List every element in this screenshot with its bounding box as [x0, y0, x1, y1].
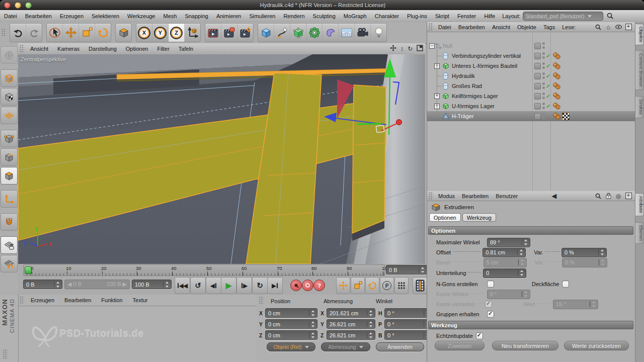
lock-x-axis-button[interactable]: X	[136, 24, 152, 42]
object-row-selected[interactable]: H-Träger	[427, 111, 635, 121]
selected-column-right[interactable]	[352, 85, 386, 233]
visibility-toggles[interactable]	[542, 42, 545, 50]
previous-frame-button[interactable]: ◀	[206, 277, 221, 294]
echtzeitupdate-checkbox[interactable]	[476, 332, 483, 339]
texture-tag[interactable]	[562, 113, 570, 120]
enable-check-icon[interactable]: ✓	[546, 103, 550, 110]
add-cube-button[interactable]	[258, 24, 274, 42]
layer-chip[interactable]	[534, 103, 541, 110]
menu-selektieren[interactable]: Selektieren	[88, 13, 123, 19]
add-generator-button[interactable]	[290, 24, 306, 42]
tab-attribute[interactable]: Attribute	[635, 193, 644, 216]
menu-animieren[interactable]: Animieren	[212, 13, 246, 19]
ngons-checkbox[interactable]	[487, 281, 494, 288]
polygon-mode-button[interactable]	[1, 167, 18, 185]
object-mode-button[interactable]	[1, 69, 18, 87]
material-menu-textur[interactable]: Textur	[128, 297, 153, 303]
enable-snap-button[interactable]	[1, 213, 18, 231]
object-row[interactable]: Hydraulik ✓	[427, 71, 635, 81]
tab-struktur[interactable]: Struktur	[635, 96, 644, 118]
size-z-field[interactable]: 26.621 cm	[327, 330, 375, 340]
undo-button[interactable]	[10, 24, 26, 42]
panel-grip[interactable]	[20, 45, 24, 53]
menu-mograph[interactable]: MoGraph	[340, 13, 371, 19]
material-menu-bearbeiten[interactable]: Bearbeiten	[59, 297, 96, 303]
play-backward-button[interactable]: ↺	[190, 277, 206, 294]
object-row-null[interactable]: − 0 Null	[427, 41, 635, 51]
menu-werkzeuge[interactable]: Werkzeuge	[123, 13, 159, 19]
collapse-toggle[interactable]: −	[429, 43, 435, 49]
goto-end-button[interactable]: ▶	[267, 277, 283, 294]
live-selection-button[interactable]	[47, 24, 63, 42]
phong-tag[interactable]	[552, 92, 561, 100]
enable-check-icon[interactable]: ✓	[546, 73, 550, 79]
menu-fenster[interactable]: Fenster	[453, 13, 480, 19]
add-panel-icon[interactable]: +	[625, 24, 632, 31]
position-z-field[interactable]: 0 cm	[265, 330, 317, 340]
zoom-window-button[interactable]	[25, 2, 32, 9]
gruppen-checkbox[interactable]	[487, 311, 494, 318]
layout-dropdown[interactable]: Standard_psd (Benutzer)	[523, 12, 603, 21]
menu-plugins[interactable]: Plug-ins	[403, 13, 431, 19]
key-pla-toggle[interactable]	[394, 277, 409, 294]
key-parameter-toggle[interactable]: P	[380, 277, 394, 294]
move-tool-button[interactable]	[63, 24, 79, 42]
viewport-menu-tafeln[interactable]: Tafeln	[174, 46, 198, 52]
autokey-button[interactable]	[302, 280, 313, 291]
objects-menu-datei[interactable]: Datei	[435, 24, 455, 30]
record-keyframe-button[interactable]	[290, 280, 302, 291]
zuweisen-button[interactable]: Zuweisen	[435, 341, 485, 350]
section-werkzeug[interactable]: Werkzeug	[428, 321, 633, 329]
scale-tool-button[interactable]	[79, 24, 95, 42]
menu-skript[interactable]: Skript	[431, 13, 453, 19]
size-mode-dropdown[interactable]: Abmessung	[321, 342, 370, 351]
goto-start-button[interactable]: ◀◀	[175, 277, 190, 294]
neu-transformieren-button[interactable]: Neu transformieren	[492, 341, 558, 350]
lock-workplane-button[interactable]	[1, 236, 18, 254]
object-row[interactable]: Großes Rad ✓	[427, 81, 635, 91]
position-x-field[interactable]: 0 cm	[265, 308, 317, 318]
position-y-field[interactable]: 0 cm	[265, 319, 317, 329]
lock-icon[interactable]	[605, 193, 612, 200]
target-icon[interactable]: ◎	[615, 193, 622, 200]
rotate-view-icon[interactable]: ↻	[408, 45, 413, 52]
tab-werkzeug[interactable]: Werkzeug	[462, 213, 496, 222]
add-environment-button[interactable]	[339, 24, 355, 42]
objects-menu-tags[interactable]: Tags	[540, 24, 558, 30]
points-mode-button[interactable]	[1, 130, 18, 147]
tab-content-browser[interactable]: Content Browser	[635, 50, 644, 90]
attr-menu-bearbeiten[interactable]: Bearbeiten	[458, 193, 492, 199]
phong-tag[interactable]	[552, 82, 561, 90]
layer-chip[interactable]	[534, 53, 541, 59]
panel-grip[interactable]	[429, 23, 433, 31]
panel-grip[interactable]	[20, 296, 24, 304]
zoom-view-icon[interactable]: ↕	[400, 45, 404, 52]
lock-y-axis-button[interactable]: Y	[152, 24, 169, 42]
size-x-field[interactable]: 201.621 cm	[327, 308, 375, 318]
timeline-ruler[interactable]: 0 10 20 30 40 50 60 70 80 90 100	[23, 264, 385, 276]
tab-objekte[interactable]: Objekte	[635, 24, 644, 45]
objects-menu-lese[interactable]: Lese:	[558, 24, 579, 30]
enable-check-icon[interactable]: ✓	[546, 83, 550, 89]
render-view-button[interactable]	[205, 24, 221, 42]
eye-icon[interactable]	[615, 24, 622, 31]
section-optionen[interactable]: Optionen	[428, 226, 633, 235]
lock-z-axis-button[interactable]: Z	[169, 24, 185, 42]
panel-grip[interactable]	[429, 192, 433, 200]
layer-chip[interactable]	[534, 83, 541, 89]
attr-menu-modus[interactable]: Modus	[435, 193, 458, 199]
attr-menu-benutzer[interactable]: Benutzer	[492, 193, 521, 199]
axis-mode-button[interactable]	[1, 190, 18, 208]
object-row[interactable]: + Unteres L-förmiges Bauteil ✓	[427, 61, 635, 71]
play-button[interactable]: ▶	[221, 277, 236, 294]
menu-datei[interactable]: Datei	[0, 13, 21, 19]
object-row[interactable]: + U-förmiges Lager ✓	[427, 101, 635, 111]
offset-var-field[interactable]: 0 %	[561, 248, 607, 257]
search-icon[interactable]	[595, 24, 602, 31]
angle-b-field[interactable]: 0 °	[384, 330, 432, 340]
visibility-toggles[interactable]	[542, 52, 545, 60]
edge-mode-button[interactable]	[1, 148, 18, 166]
coordinate-system-button[interactable]	[185, 24, 200, 42]
unterteilung-field[interactable]: 0	[483, 268, 526, 278]
max-winkel-field[interactable]: 89 °	[487, 238, 530, 247]
